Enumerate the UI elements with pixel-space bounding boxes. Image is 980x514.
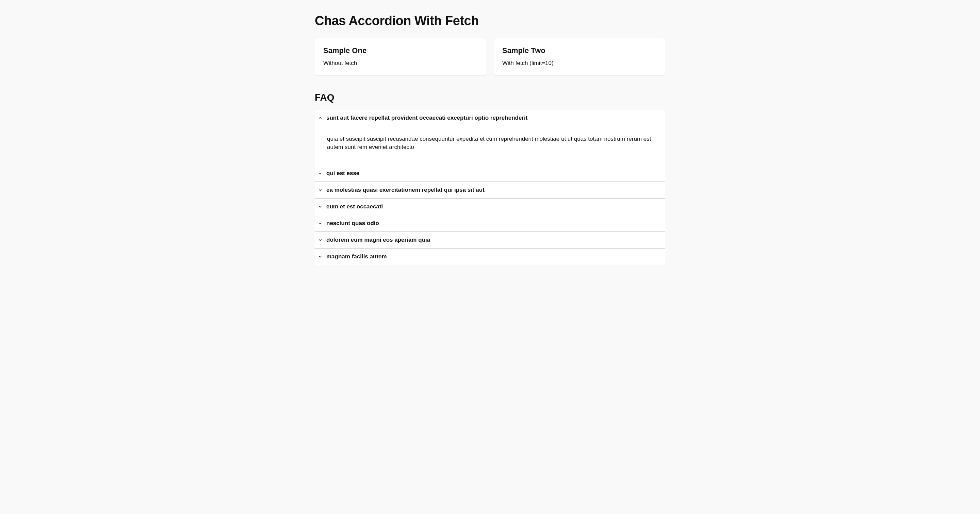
- faq-heading: FAQ: [315, 92, 665, 103]
- chevron-down-icon: [318, 171, 323, 176]
- accordion-title: qui est esse: [326, 170, 360, 177]
- sample-card-two[interactable]: Sample Two With fetch (limit=10): [494, 38, 665, 76]
- accordion-title: nesciunt quas odio: [326, 220, 379, 227]
- accordion-header[interactable]: qui est esse: [315, 165, 665, 181]
- card-two-desc: With fetch (limit=10): [502, 60, 657, 67]
- accordion-item: eum et est occaecati: [315, 198, 665, 215]
- accordion-header[interactable]: eum et est occaecati: [315, 198, 665, 215]
- card-two-title: Sample Two: [502, 46, 657, 55]
- sample-card-one[interactable]: Sample One Without fetch: [315, 38, 486, 76]
- chevron-down-icon: [318, 204, 323, 209]
- accordion-header[interactable]: dolorem eum magni eos aperiam quia: [315, 232, 665, 248]
- accordion-title: dolorem eum magni eos aperiam quia: [326, 236, 430, 243]
- accordion-title: sunt aut facere repellat provident occae…: [326, 114, 527, 121]
- accordion-header[interactable]: ea molestias quasi exercitationem repell…: [315, 182, 665, 198]
- accordion-item: dolorem eum magni eos aperiam quia: [315, 232, 665, 249]
- chevron-down-icon: [318, 187, 323, 193]
- card-one-title: Sample One: [323, 46, 478, 55]
- accordion-item: sunt aut facere repellat provident occae…: [315, 110, 665, 165]
- sample-cards: Sample One Without fetch Sample Two With…: [315, 38, 665, 76]
- chevron-down-icon: [318, 221, 323, 226]
- accordion-title: eum et est occaecati: [326, 203, 383, 210]
- accordion-header[interactable]: sunt aut facere repellat provident occae…: [315, 110, 665, 126]
- accordion-item: ea molestias quasi exercitationem repell…: [315, 182, 665, 198]
- accordion-title: magnam facilis autem: [326, 253, 387, 260]
- accordion-body: quia et suscipit suscipit recusandae con…: [315, 126, 665, 165]
- accordion-title: ea molestias quasi exercitationem repell…: [326, 187, 485, 194]
- accordion-item: qui est esse: [315, 165, 665, 182]
- accordion-item: nesciunt quas odio: [315, 215, 665, 232]
- page-title: Chas Accordion With Fetch: [315, 14, 665, 28]
- faq-accordion: sunt aut facere repellat provident occae…: [315, 110, 665, 265]
- chevron-up-icon: [318, 115, 323, 121]
- accordion-header[interactable]: nesciunt quas odio: [315, 215, 665, 232]
- accordion-item: magnam facilis autem: [315, 249, 665, 265]
- card-one-desc: Without fetch: [323, 60, 478, 67]
- chevron-down-icon: [318, 237, 323, 243]
- accordion-header[interactable]: magnam facilis autem: [315, 249, 665, 265]
- chevron-down-icon: [318, 254, 323, 259]
